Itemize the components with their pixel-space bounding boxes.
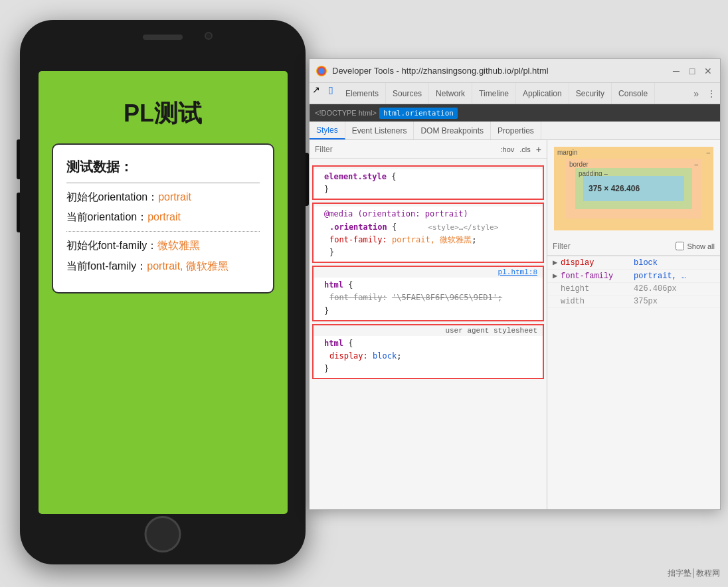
css-nested-selector-line: .orientation { <style>…</style> — [319, 221, 537, 234]
css-selector-line-4: html { — [319, 337, 537, 350]
css-source-ua: user agent stylesheet — [445, 327, 537, 335]
screen-item-value-2: 微软雅黑 — [157, 240, 200, 251]
css-hov-button[interactable]: :hov — [501, 145, 515, 153]
css-rule-source-4: user agent stylesheet — [314, 325, 543, 336]
box-border-dash[interactable]: – — [694, 161, 698, 168]
prop-name-height: height — [561, 284, 634, 294]
devtools-menu-button[interactable]: ⋮ — [703, 83, 720, 104]
screen-item-1: 当前orientation：portrait — [66, 210, 260, 224]
css-nested-selector: .orientation — [329, 222, 387, 232]
css-selector-1: element.style — [324, 172, 387, 181]
box-model-container: margin – border – padding – 375 × 426.40… — [547, 140, 720, 237]
screen-divider — [66, 183, 260, 183]
prop-value-width: 375px — [634, 297, 715, 306]
minimize-button[interactable]: ─ — [671, 66, 682, 76]
prop-expand-font-family[interactable]: ▶ — [553, 271, 561, 281]
css-rule-media: @media (orientation: portrait) .orientat… — [312, 203, 544, 263]
prop-show-all: Show all — [676, 242, 715, 250]
css-property-name-display: display: — [329, 351, 368, 361]
subtab-dom-breakpoints[interactable]: DOM Breakpoints — [414, 122, 491, 139]
properties-panel: ▶ display block ▶ font-family portrait, … — [547, 256, 720, 509]
css-prop-font-family: font-family: portrait, 微软雅黑; — [319, 234, 537, 246]
css-selector-line-1: element.style { — [319, 171, 537, 183]
css-property-value-font-family: portrait, 微软雅黑 — [392, 235, 472, 244]
css-filter-input[interactable] — [315, 145, 496, 154]
css-property-value-display: block — [373, 351, 397, 361]
prop-show-all-checkbox[interactable] — [676, 242, 684, 250]
css-media-line: @media (orientation: portrait) — [319, 208, 537, 220]
css-selector-line-3: html { — [319, 279, 537, 292]
phone-camera — [205, 32, 213, 40]
tab-application[interactable]: Application — [516, 83, 569, 104]
tab-console[interactable]: Console — [612, 83, 655, 104]
css-cls-button[interactable]: .cls — [519, 145, 531, 153]
devtools-title: Developer Tools - http://zhansingsong.gi… — [332, 66, 671, 76]
breadcrumb-doctype[interactable]: <!DOCTYPE html> — [315, 109, 377, 117]
screen-item-2: 初始化font-family：微软雅黑 — [66, 238, 260, 253]
screen-item-value-0: portrait — [158, 191, 191, 203]
subtab-event-listeners[interactable]: Event Listeners — [345, 122, 414, 139]
tab-elements[interactable]: Elements — [339, 83, 386, 104]
screen-content-box: 测试数据： 初始化orientation：portrait 当前orientat… — [52, 143, 274, 294]
css-value-strikethrough: '\5FAE\8F6F\96C5\9ED1' — [392, 293, 498, 302]
box-content-size: 375 × 426.406 — [589, 184, 640, 193]
breadcrumb-active[interactable]: html.orientation — [379, 108, 458, 119]
prop-row-font-family: ▶ font-family portrait, … — [547, 270, 720, 283]
more-tabs-button[interactable]: » — [689, 83, 703, 104]
box-border: border – padding – 375 × 426.406 — [566, 159, 701, 218]
box-margin-label: margin — [557, 149, 578, 156]
maximize-button[interactable]: □ — [687, 66, 697, 76]
close-button[interactable]: ✕ — [703, 66, 713, 76]
screen-dotted-divider — [66, 231, 260, 232]
tab-timeline[interactable]: Timeline — [472, 83, 516, 104]
css-rule-html-ua: user agent stylesheet html { display: bl… — [312, 324, 544, 380]
phone-side-btn — [17, 139, 20, 179]
prop-name-width: width — [561, 297, 634, 306]
devtools-titlebar: Developer Tools - http://zhansingsong.gi… — [310, 59, 720, 83]
css-prop-strikethrough: font-family: '\5FAE\8F6F\96C5\9ED1'; — [319, 292, 537, 304]
screen-item-label-1: 当前orientation： — [66, 211, 148, 222]
prop-row-height: height 426.406px — [547, 283, 720, 295]
css-source-link-3[interactable]: pl.html:8 — [498, 268, 537, 276]
prop-row-display: ▶ display block — [547, 256, 720, 270]
subtab-properties[interactable]: Properties — [491, 122, 541, 139]
devtools-inspect-icon[interactable]: ▯ — [324, 83, 337, 96]
css-rule-html-plhtml: pl.html:8 html { font-family: '\5FAE\8F6… — [312, 266, 544, 321]
prop-row-width: width 375px — [547, 295, 720, 308]
css-rule-body-2: @media (orientation: portrait) .orientat… — [314, 207, 543, 262]
phone-speaker — [143, 35, 183, 40]
css-brace-close-1: } — [319, 183, 537, 196]
devtools-subtabs: Styles Event Listeners DOM Breakpoints P… — [310, 122, 720, 140]
css-editor: element.style { } — [310, 159, 547, 509]
screen-item-0: 初始化orientation：portrait — [66, 190, 260, 205]
css-add-button[interactable]: + — [536, 144, 541, 155]
css-property-strikethrough: font-family: — [329, 293, 387, 302]
prop-value-height: 426.406px — [634, 284, 715, 294]
phone-home-button[interactable] — [145, 516, 181, 552]
screen-item-label-0: 初始化orientation： — [66, 191, 159, 203]
screen-item-value-1: portrait — [147, 211, 181, 222]
box-margin: margin – border – padding – 375 × 426.40… — [554, 147, 713, 230]
css-nested-close: } — [319, 246, 537, 259]
chrome-favicon-icon — [316, 66, 327, 76]
screen-item-label-3: 当前font-family： — [66, 260, 147, 272]
css-brace-open-1: { — [391, 172, 396, 181]
css-selector-3: html — [324, 280, 343, 290]
css-property-name-font-family: font-family: — [329, 235, 387, 244]
css-media-selector: @media (orientation: portrait) — [324, 209, 468, 218]
devtools-main: :hov .cls + element.style { } — [310, 140, 720, 509]
tab-sources[interactable]: Sources — [386, 83, 429, 104]
prop-expand-display[interactable]: ▶ — [553, 258, 561, 268]
devtools-panel: Developer Tools - http://zhansingsong.gi… — [309, 58, 721, 510]
subtab-styles[interactable]: Styles — [310, 122, 345, 139]
tab-security[interactable]: Security — [569, 83, 612, 104]
css-prop-display: display: block; — [319, 350, 537, 363]
tab-network[interactable]: Network — [429, 83, 472, 104]
box-margin-dash[interactable]: – — [706, 149, 710, 156]
devtools-cursor-icon[interactable]: ↗ — [310, 83, 323, 96]
prop-filter-input[interactable] — [553, 242, 670, 251]
css-brace-close-4: } — [319, 363, 537, 375]
css-rule-body-1: element.style { } — [314, 169, 543, 199]
css-brace-close-3: } — [319, 305, 537, 317]
screen-section-title: 测试数据： — [66, 158, 260, 176]
